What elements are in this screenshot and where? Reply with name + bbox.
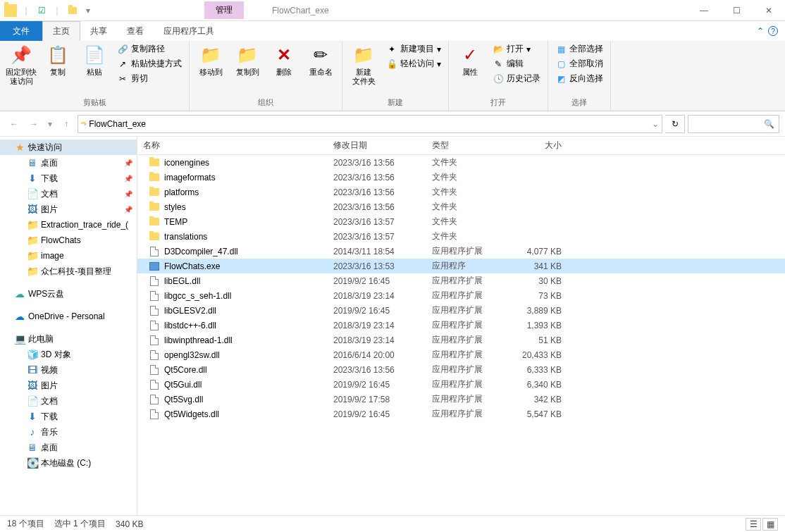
file-row[interactable]: platforms2023/3/16 13:56文件夹	[137, 185, 785, 199]
file-date: 2014/3/11 18:54	[328, 247, 426, 256]
up-button[interactable]: ↑	[58, 116, 75, 132]
newfolder-button[interactable]: 📁新建 文件夹	[347, 42, 381, 87]
column-size[interactable]: 大小	[511, 140, 567, 151]
file-date: 2018/3/19 23:14	[328, 335, 426, 345]
file-date: 2023/3/16 13:53	[328, 261, 426, 271]
cut-button[interactable]: ✂剪切	[114, 72, 185, 85]
refresh-button[interactable]: ↻	[665, 115, 685, 133]
folder-icon	[149, 216, 160, 228]
maximize-button[interactable]: ☐	[720, 0, 753, 21]
nav-item[interactable]: 🧊3D 对象	[0, 347, 137, 362]
nav-item[interactable]: 🖥桌面📌	[0, 155, 137, 171]
copyto-button[interactable]: 📁复制到	[230, 42, 264, 78]
nav-item[interactable]: 📁image	[0, 248, 137, 264]
file-row[interactable]: libwinpthread-1.dll2018/3/19 23:14应用程序扩展…	[137, 333, 785, 347]
file-row[interactable]: libGLESV2.dll2019/9/2 16:45应用程序扩展3,889 K…	[137, 303, 785, 318]
file-row[interactable]: translations2023/3/16 13:57文件夹	[137, 229, 785, 244]
help-icon[interactable]: ?	[768, 26, 778, 36]
file-row[interactable]: styles2023/3/16 13:56文件夹	[137, 199, 785, 214]
address-box[interactable]: › FlowChart_exe ⌄	[78, 115, 662, 133]
file-tab[interactable]: 文件	[0, 21, 42, 41]
file-list[interactable]: iconengines2023/3/16 13:56文件夹imageformat…	[137, 155, 785, 515]
view-icons-button[interactable]: ▦	[762, 518, 778, 531]
column-name[interactable]: 名称	[137, 140, 328, 151]
share-tab[interactable]: 共享	[80, 21, 117, 41]
edit-button[interactable]: ✎编辑	[490, 57, 543, 70]
view-details-button[interactable]: ☰	[746, 518, 761, 531]
manage-context-tab[interactable]: 管理	[204, 1, 244, 19]
forward-button[interactable]: →	[25, 116, 42, 132]
nav-item[interactable]: 📁众仁科技-项目整理	[0, 264, 137, 279]
file-row[interactable]: libstdc++-6.dll2018/3/19 23:14应用程序扩展1,39…	[137, 318, 785, 333]
nav-item[interactable]: 🎞视频	[0, 362, 137, 378]
qat-overflow[interactable]: ▾	[82, 4, 94, 17]
nav-item[interactable]: 🖼图片📌	[0, 202, 137, 217]
history-button[interactable]: 🕓历史记录	[490, 72, 543, 85]
search-box[interactable]: 🔍	[688, 115, 779, 133]
nav-item[interactable]: 💻此电脑	[0, 331, 137, 347]
file-row[interactable]: TEMP2023/3/16 13:57文件夹	[137, 214, 785, 229]
back-button[interactable]: ←	[6, 116, 23, 132]
copy-path-button[interactable]: 🔗复制路径	[114, 42, 185, 56]
nav-item[interactable]: 📁FlowChats	[0, 233, 137, 248]
address-dropdown[interactable]: ⌄	[652, 119, 659, 129]
nav-item[interactable]: 📄文档	[0, 393, 137, 409]
invert-button[interactable]: ◩反向选择	[552, 72, 606, 85]
file-row[interactable]: Qt5Gui.dll2019/9/2 16:45应用程序扩展6,340 KB	[137, 377, 785, 392]
close-button[interactable]: ✕	[753, 0, 785, 21]
properties-button[interactable]: ✓属性	[453, 42, 487, 78]
file-row[interactable]: opengl32sw.dll2016/6/14 20:00应用程序扩展20,43…	[137, 347, 785, 362]
address-path[interactable]: FlowChart_exe	[89, 119, 146, 129]
nav-item-label: 音乐	[41, 426, 58, 438]
rename-icon: ✏	[309, 44, 332, 66]
file-name: imageformats	[164, 173, 216, 183]
file-row[interactable]: libgcc_s_seh-1.dll2018/3/19 23:14应用程序扩展7…	[137, 288, 785, 303]
recent-dropdown[interactable]: ▾	[45, 116, 55, 132]
nav-item[interactable]: 📄文档📌	[0, 186, 137, 202]
checkbox-icon[interactable]: ☑	[35, 4, 48, 17]
nav-item[interactable]: ⬇下载	[0, 409, 137, 424]
paste-shortcut-button[interactable]: ↗粘贴快捷方式	[114, 57, 185, 70]
selectnone-button[interactable]: ▢全部取消	[552, 57, 606, 70]
nav-item[interactable]: 📁Extraction_trace_ride_(	[0, 217, 137, 233]
file-row[interactable]: imageformats2023/3/16 13:56文件夹	[137, 170, 785, 185]
nav-item[interactable]: ☁WPS云盘	[0, 286, 137, 302]
minimize-button[interactable]: —	[688, 0, 720, 21]
file-row[interactable]: Qt5Widgets.dll2019/9/2 16:45应用程序扩展5,547 …	[137, 407, 785, 421]
nav-item[interactable]: 💽本地磁盘 (C:)	[0, 455, 137, 471]
selectall-icon: ▦	[555, 44, 567, 55]
nav-item[interactable]: ☁OneDrive - Personal	[0, 309, 137, 324]
newitem-icon: ✦	[386, 44, 397, 55]
file-row[interactable]: Qt5Svg.dll2019/9/2 17:58应用程序扩展342 KB	[137, 392, 785, 407]
file-date: 2018/3/19 23:14	[328, 291, 426, 301]
nav-item[interactable]: ★快速访问	[0, 140, 137, 155]
open-button[interactable]: 📂打开▾	[490, 42, 543, 56]
cloud-od-icon: ☁	[14, 311, 25, 322]
copy-button[interactable]: 📋复制	[41, 42, 75, 78]
column-date[interactable]: 修改日期	[328, 140, 426, 151]
nav-item[interactable]: 🖥桌面	[0, 440, 137, 455]
paste-button[interactable]: 📄粘贴	[78, 42, 111, 78]
nav-item[interactable]: 🖼图片	[0, 378, 137, 393]
file-row[interactable]: FlowChats.exe2023/3/16 13:53应用程序341 KB	[137, 259, 785, 273]
moveto-button[interactable]: 📁移动到	[194, 42, 228, 78]
home-tab[interactable]: 主页	[42, 21, 80, 41]
rename-button[interactable]: ✏重命名	[304, 42, 338, 78]
dll-icon	[149, 364, 160, 376]
apptools-tab[interactable]: 应用程序工具	[154, 21, 224, 41]
delete-button[interactable]: ✕删除	[267, 42, 301, 78]
selectall-button[interactable]: ▦全部选择	[552, 42, 606, 56]
file-row[interactable]: D3Dcompiler_47.dll2014/3/11 18:54应用程序扩展4…	[137, 244, 785, 259]
file-row[interactable]: Qt5Core.dll2023/3/16 13:56应用程序扩展6,333 KB	[137, 362, 785, 377]
easyaccess-button[interactable]: 🔓轻松访问▾	[383, 57, 444, 70]
navigation-pane[interactable]: ★快速访问🖥桌面📌⬇下载📌📄文档📌🖼图片📌📁Extraction_trace_r…	[0, 137, 137, 515]
column-type[interactable]: 类型	[426, 140, 511, 151]
nav-item[interactable]: ⬇下载📌	[0, 171, 137, 186]
file-row[interactable]: libEGL.dll2019/9/2 16:45应用程序扩展30 KB	[137, 273, 785, 288]
file-row[interactable]: iconengines2023/3/16 13:56文件夹	[137, 155, 785, 170]
ribbon-collapse-icon[interactable]: ⌃	[757, 26, 764, 36]
nav-item[interactable]: ♪音乐	[0, 424, 137, 440]
newitem-button[interactable]: ✦新建项目▾	[383, 42, 444, 56]
pin-quickaccess-button[interactable]: 📌固定到快 速访问	[4, 42, 38, 87]
view-tab[interactable]: 查看	[117, 21, 154, 41]
